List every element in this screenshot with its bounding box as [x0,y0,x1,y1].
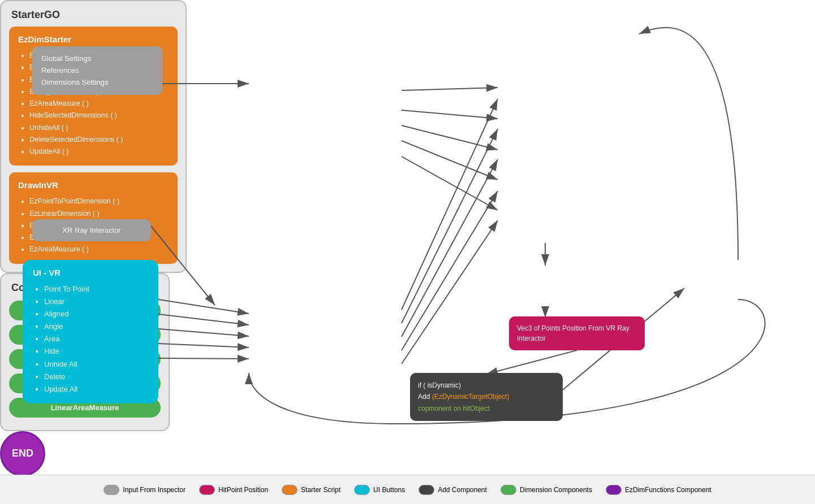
legend-item-4: Add Component [419,485,487,495]
legend-item-5: Dimension Components [501,485,592,495]
ui-vr-node: UI - VR Point To Point Linear Aligned An… [23,260,158,403]
legend-swatch-1 [199,485,215,495]
addcomp-line1: if ( isDynamic) [418,380,555,391]
legend-swatch-2 [282,485,297,495]
ui-vr-list: Point To Point Linear Aligned Angle Area… [33,283,148,396]
ezdimstarter-title: EzDimStarter [18,34,169,44]
drawinvr-title: DrawInVR [18,180,169,190]
list-item: Angle [44,320,148,333]
end-node: END [0,431,45,476]
legend-label-4: Add Component [438,486,487,494]
legend-item-3: UI Buttons [354,485,405,495]
xr-ray-label: XR Ray Interactor [62,226,120,234]
legend: Input From Inspector HitPoint Position S… [0,475,815,504]
legend-label-2: Starter Script [301,486,340,494]
legend-swatch-5 [501,485,516,495]
legend-label-6: EzDimFunctions Component [625,486,711,494]
list-item: EzAreaMeasure ( ) [29,98,169,110]
global-settings-line2: References [41,66,79,75]
legend-swatch-3 [354,485,370,495]
list-item: Update All [44,383,148,396]
ui-vr-title: UI - VR [33,268,148,277]
list-item: EzLinearDimension ( ) [29,208,169,220]
vec3-label: Vec3 of Points Position From VR Ray Inte… [517,324,629,342]
list-item: Area [44,333,148,345]
xr-ray-node: XR Ray Interactor [32,219,151,241]
global-settings-node: Global Settings References Dimensions Se… [32,46,162,95]
drawinvr-node: DrawInVR EzPointToPointDimension ( ) EzL… [9,172,178,263]
list-item: EzAreaMeasure ( ) [29,244,169,255]
list-item: Aligned [44,308,148,320]
legend-item-2: Starter Script [282,485,340,495]
legend-label-3: UI Buttons [373,486,405,494]
global-settings-line3: Dimensions Settings [41,78,109,86]
legend-swatch-0 [104,485,119,495]
list-item: UnhideAll ( ) [29,122,169,134]
list-item: Linear [44,296,148,308]
legend-item-6: EzDimFunctions Component [606,485,711,495]
legend-item-0: Input From Inspector [104,485,186,495]
legend-swatch-4 [419,485,434,495]
add-component-node: if ( isDynamic) Add (EzDynamicTargetObje… [410,373,563,421]
diagram-area: Global Settings References Dimensions Se… [0,0,815,475]
legend-swatch-6 [606,485,622,495]
list-item: Delete [44,371,148,383]
legend-label-0: Input From Inspector [123,486,186,494]
list-item: EzPointToPointDimension ( ) [29,195,169,207]
addcomp-line2: Add (EzDynamicTargetObject) [418,391,555,402]
legend-label-5: Dimension Components [520,486,592,494]
list-item: UpdateAll ( ) [29,146,169,158]
global-settings-line1: Global Settings [41,54,91,63]
legend-label-1: HitPoint Position [218,486,268,494]
list-item: DeleteSelectedDimensions ( ) [29,134,169,146]
list-item: HideSelectedDimensions ( ) [29,110,169,121]
list-item: Unhide All [44,358,148,371]
legend-item-1: HitPoint Position [199,485,268,495]
end-label: END [12,447,33,459]
startergo-title: StarterGO [9,9,178,21]
list-item: Hide [44,345,148,358]
addcomp-line3: copmonent on hitObject [418,403,555,414]
list-item: Point To Point [44,283,148,296]
vec3-node: Vec3 of Points Position From VR Ray Inte… [509,316,645,350]
